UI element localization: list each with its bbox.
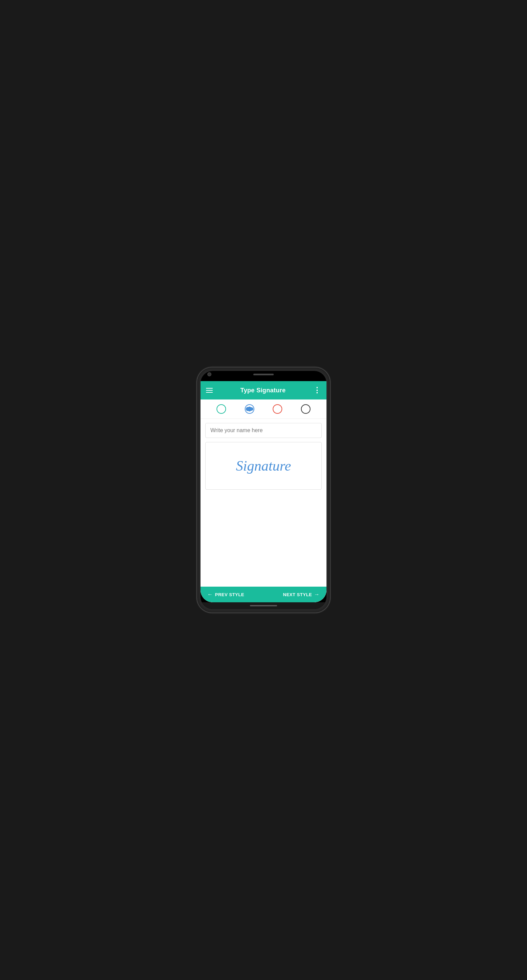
bottom-navigation: ← PREV STYLE NEXT STYLE →	[201, 587, 326, 602]
next-style-label: NEXT STYLE	[283, 592, 312, 597]
app-title: Type Signature	[240, 387, 286, 394]
home-bar	[250, 605, 277, 606]
name-input-container	[201, 419, 326, 442]
color-option-black[interactable]	[301, 404, 310, 414]
speaker	[253, 374, 274, 375]
color-option-teal[interactable]	[217, 404, 226, 414]
signature-preview-box: Signature	[205, 442, 322, 490]
prev-style-button[interactable]: ← PREV STYLE	[207, 592, 244, 598]
main-content: Signature ← PREV STYLE NEXT STYLE →	[201, 399, 326, 602]
blue-selected-dot	[246, 407, 250, 411]
name-input[interactable]	[205, 423, 322, 438]
prev-arrow-icon: ←	[207, 592, 213, 598]
next-arrow-icon: →	[314, 592, 320, 598]
app-toolbar: Type Signature ⋮	[201, 381, 326, 399]
phone-screen: Type Signature ⋮	[201, 371, 326, 609]
color-option-red[interactable]	[273, 404, 282, 414]
color-selector	[201, 399, 326, 419]
signature-display: Signature	[236, 458, 291, 474]
more-options-icon[interactable]: ⋮	[313, 386, 321, 395]
empty-content-area	[201, 490, 326, 587]
color-option-blue[interactable]	[245, 404, 254, 414]
prev-style-label: PREV STYLE	[215, 592, 244, 597]
app-screen: Type Signature ⋮	[201, 381, 326, 602]
phone-frame: Type Signature ⋮	[197, 368, 330, 612]
next-style-button[interactable]: NEXT STYLE →	[283, 592, 320, 598]
phone-home-indicator	[201, 602, 326, 609]
camera	[207, 372, 212, 376]
hamburger-icon[interactable]	[206, 388, 213, 393]
